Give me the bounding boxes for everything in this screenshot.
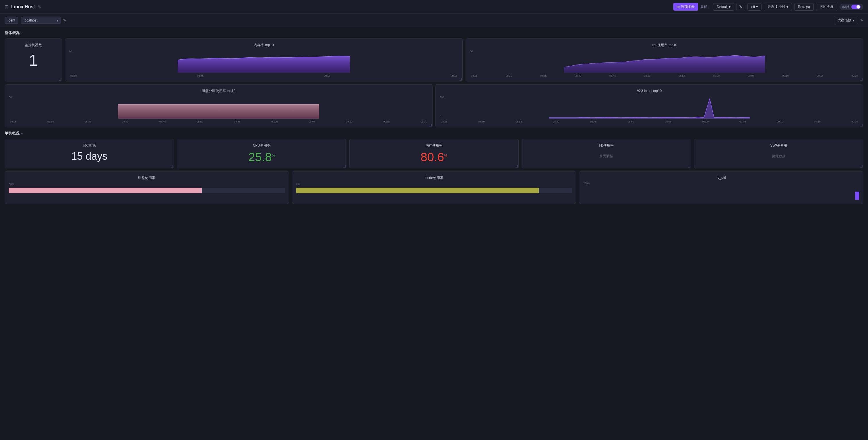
header-right: ⊞ 添加图表 集群： Default ▾ ↻ off ▾ 最近 1 小时 ▾ R… [673,3,863,11]
cpu-t0: 08:25 [471,74,477,77]
mem-time-1: 08:45 [197,74,204,77]
disk-top10-chart: 50 08:25 08:30 08:35 0 [9,96,428,123]
cluster-label: 集群： [701,4,711,9]
resize-handle[interactable] [516,165,518,168]
cpu-t2: 08:35 [540,74,547,77]
time-range-button[interactable]: 最近 1 小时 ▾ [764,3,792,11]
refresh-off-button[interactable]: off ▾ [747,3,762,11]
edit-filter-icon[interactable]: ✎ [63,18,66,22]
disk-pct-label: 50% [9,183,285,185]
disk-bar-fill [9,188,202,193]
disk-area [118,104,319,119]
resize-handle[interactable] [860,124,863,127]
chevron-down-icon: ▾ [786,5,788,9]
disk-t6: 08:55 [234,120,241,123]
inode-usage-bar [296,188,572,193]
mem-x-axis: 08:30 08:45 09:00 09:15 [69,74,458,77]
resize-handle[interactable] [860,165,863,168]
page-title: Linux Host [11,4,35,9]
cpu-top10-title: cpu使用率 top10 [470,43,859,47]
resize-handle[interactable] [460,78,462,80]
cpu-top10-chart: 50 08:25 08:30 08:35 08:40 [470,50,859,77]
cpu-area [564,55,765,73]
resize-handle[interactable] [171,165,173,168]
disk-t1: 08:30 [48,120,54,123]
io-util-bar-area [583,185,859,200]
mem-y-max: 80 [69,50,72,53]
inode-usage-title: inode使用率 [296,175,572,180]
host-select-wrap[interactable]: localhost [21,17,61,24]
chevron-down-icon: ▾ [756,5,758,9]
disk-t3: 08:40 [122,120,129,123]
monitor-count-title: 监控机器数 [9,43,58,47]
cpu-t1: 08:30 [505,74,512,77]
mem-top10-chart: 80 08:30 08:45 09:00 [69,50,458,77]
io-util-top10-card: 设备io util top10 200 0 08:25 08:30 08:35 … [435,84,863,127]
disk-t2: 08:35 [85,120,91,123]
disk-t8: 09:05 [309,120,315,123]
io-x-axis: 08:25 08:30 08:35 08:40 08:45 08:50 08:5… [440,120,859,123]
theme-toggle[interactable] [851,5,861,9]
fd-usage-title: FD使用率 [526,143,687,148]
io-util-bar-fill [855,192,859,200]
cpu-t9: 09:10 [782,74,789,77]
io-util-top10-title: 设备io util top10 [440,89,859,94]
host-select[interactable]: localhost [21,17,61,24]
monitor-count-card: 监控机器数 1 [5,38,62,81]
resize-handle[interactable] [860,78,863,80]
uptime-value: 15 days [9,150,169,162]
cpu-chart-svg [470,50,859,73]
disk-x-axis: 08:25 08:30 08:35 08:40 08:45 08:50 08:5… [9,120,428,123]
io-chart-svg [440,96,859,119]
window-icon: ⊡ [5,4,8,9]
cpu-t8: 09:05 [748,74,754,77]
res-button[interactable]: Res. (s) [794,3,814,11]
monitor-count-value: 1 [9,52,58,68]
uptime-card: 启动时长 15 days [5,139,174,168]
resize-handle[interactable] [429,124,432,127]
mem-usage-title: 内存使用率 [353,143,515,148]
overall-section-title: 整体概况 [5,30,20,36]
io-t1: 08:30 [478,120,485,123]
io-t0: 08:25 [441,120,447,123]
cpu-y-max: 50 [470,50,473,53]
io-t9: 09:10 [777,120,783,123]
second-toolbar: ident localhost ✎ 大盘链接 ▾ ✎ [0,14,868,27]
resize-handle[interactable] [59,78,61,80]
cpu-t10: 09:15 [817,74,824,77]
io-util-card: io_util 200% [579,171,863,204]
disk-t11: 09:20 [421,120,427,123]
cpu-t7: 09:00 [713,74,720,77]
disk-usage-title: 磁盘使用率 [9,175,285,180]
io-t6: 08:55 [665,120,671,123]
io-t8: 09:05 [739,120,746,123]
chevron-down-icon: ▾ [729,5,731,9]
edit-title-icon[interactable]: ✎ [38,5,41,9]
ident-badge: ident [5,17,19,24]
dashboard-link-button[interactable]: 大盘链接 ▾ [834,16,858,24]
inode-usage-card: inode使用率 0% [292,171,577,204]
refresh-button[interactable]: ↻ [737,3,745,11]
add-chart-button[interactable]: ⊞ 添加图表 [673,3,698,11]
resize-handle[interactable] [343,165,346,168]
overall-section-header[interactable]: 整体概况 ▾ [5,30,863,36]
swap-no-data: 暂无数据 [699,154,859,159]
disk-t5: 08:50 [197,120,203,123]
overall-chevron-icon: ▾ [21,32,23,35]
uptime-title: 启动时长 [9,143,169,148]
io-util-chart: 200% [583,182,859,200]
disk-t10: 09:15 [383,120,390,123]
toolbar-right: 大盘链接 ▾ ✎ [834,16,863,24]
toolbar-left: ident localhost ✎ [5,17,66,24]
cluster-select[interactable]: Default ▾ [713,3,734,11]
single-section-header[interactable]: 单机概况 ▾ [5,131,863,136]
single-section-title: 单机概况 [5,131,20,136]
resize-handle[interactable] [688,165,690,168]
io-t4: 08:45 [590,120,597,123]
inode-pct-label: 0% [296,183,572,185]
cpu-t6: 08:55 [679,74,685,77]
theme-toggle-wrap[interactable]: dark [840,4,863,10]
edit-dashboard-icon[interactable]: ✎ [860,18,863,22]
cpu-top10-card: cpu使用率 top10 50 08:25 08:30 [466,38,863,81]
close-fullscreen-button[interactable]: 关闭全屏 [816,3,837,11]
